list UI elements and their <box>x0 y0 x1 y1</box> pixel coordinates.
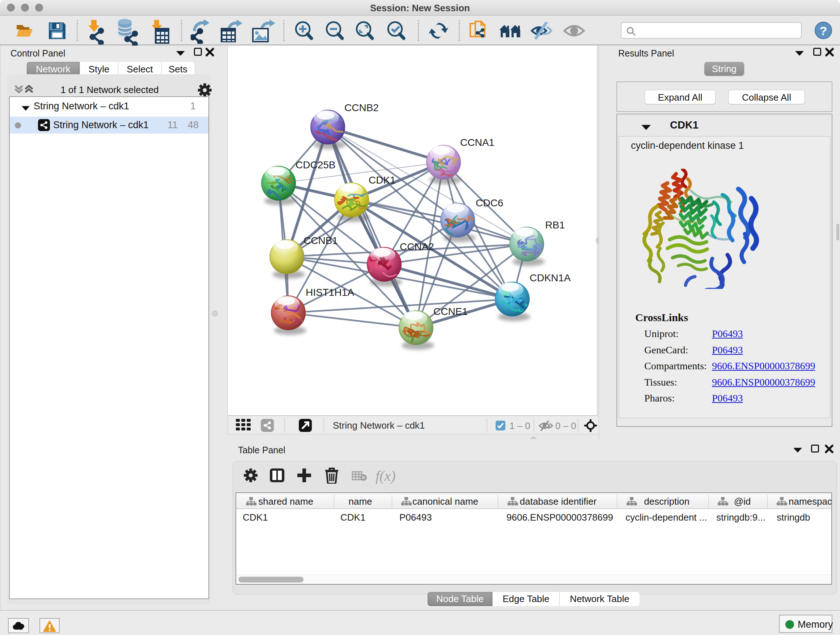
svg-text:CCNE1: CCNE1 <box>433 306 468 317</box>
svg-text:CCNA1: CCNA1 <box>460 137 494 148</box>
svg-text:HIST1H1A: HIST1H1A <box>306 287 354 298</box>
svg-text:CDC25B: CDC25B <box>295 159 335 171</box>
svg-text:CDC6: CDC6 <box>476 197 503 209</box>
svg-text:RB1: RB1 <box>545 219 565 231</box>
svg-text:CDK1: CDK1 <box>369 174 396 186</box>
svg-text:CCNB1: CCNB1 <box>303 235 338 246</box>
svg-text:CCNA2: CCNA2 <box>400 241 434 252</box>
svg-text:CDKN1A: CDKN1A <box>530 272 571 283</box>
svg-text:CCNB2: CCNB2 <box>344 102 379 113</box>
